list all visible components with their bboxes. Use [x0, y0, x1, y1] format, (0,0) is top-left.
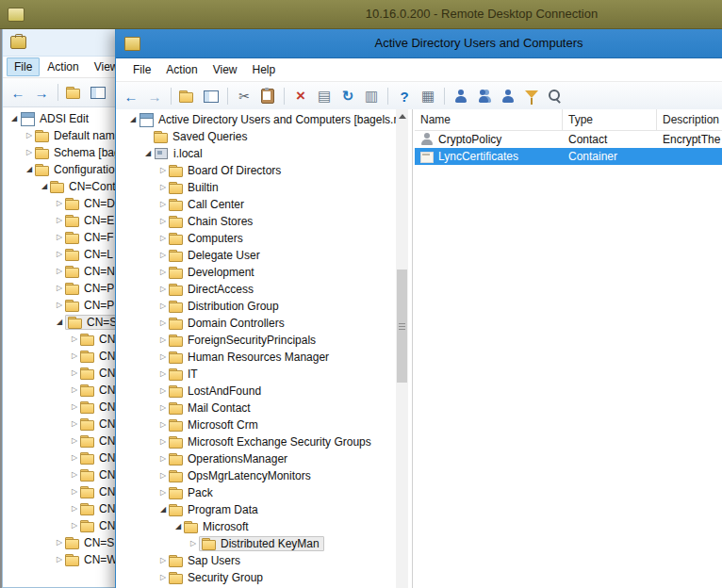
tree-item[interactable]: ▷Sap Users: [123, 552, 412, 569]
tree-item[interactable]: ▷ForeignSecurityPrincipals: [123, 332, 412, 349]
aduc-menu-file[interactable]: File: [125, 60, 158, 79]
twisty-collapsed-icon[interactable]: ▷: [157, 332, 169, 349]
tree-item[interactable]: ◢Active Directory Users and Computers [b…: [123, 111, 412, 128]
tree-item[interactable]: ▷OperationsManager: [123, 450, 412, 467]
twisty-collapsed-icon[interactable]: ▷: [54, 246, 65, 263]
twisty-collapsed-icon[interactable]: ▷: [157, 298, 169, 315]
twisty-collapsed-icon[interactable]: ▷: [157, 213, 169, 230]
column-header-description[interactable]: Description: [657, 109, 722, 130]
show-hide-console-tree-icon[interactable]: [89, 83, 107, 102]
tree-item[interactable]: ▷Domain Controllers: [123, 315, 412, 332]
aduc-menu-help[interactable]: Help: [245, 60, 284, 79]
twisty-collapsed-icon[interactable]: ▷: [157, 281, 169, 298]
tree-item[interactable]: ▷Chain Stores: [123, 213, 412, 230]
tree-item[interactable]: ▷Microsoft Crm: [123, 416, 412, 433]
twisty-collapsed-icon[interactable]: ▷: [157, 230, 169, 247]
paste-icon[interactable]: [258, 87, 277, 106]
view-menu-icon[interactable]: ▦: [418, 87, 437, 106]
tree-item[interactable]: ▷Builtin: [123, 179, 412, 196]
aduc-menu-action[interactable]: Action: [158, 60, 205, 79]
list-row-selected[interactable]: LyncCertificates Container: [415, 148, 722, 165]
tree-item[interactable]: Saved Queries: [123, 128, 412, 145]
twisty-expanded-icon[interactable]: ◢: [172, 518, 184, 535]
aduc-menu-view[interactable]: View: [205, 60, 245, 79]
twisty-collapsed-icon[interactable]: ▷: [54, 263, 65, 280]
tree-item[interactable]: ◢Program Data: [123, 501, 412, 518]
twisty-collapsed-icon[interactable]: ▷: [157, 247, 169, 264]
twisty-collapsed-icon[interactable]: ▷: [157, 433, 169, 450]
twisty-collapsed-icon[interactable]: ▷: [69, 365, 80, 382]
export-list-icon[interactable]: ▥: [362, 87, 381, 106]
cut-icon[interactable]: ✂: [235, 87, 254, 106]
twisty-collapsed-icon[interactable]: ▷: [69, 449, 80, 466]
tree-item[interactable]: ▷Microsoft Exchange Security Groups: [123, 433, 412, 450]
twisty-expanded-icon[interactable]: ◢: [39, 178, 50, 195]
twisty-collapsed-icon[interactable]: ▷: [54, 551, 65, 568]
tree-item[interactable]: ▷Delegate User: [123, 247, 412, 264]
twisty-collapsed-icon[interactable]: ▷: [157, 484, 169, 501]
twisty-collapsed-icon[interactable]: ▷: [157, 552, 169, 569]
add-to-group-icon[interactable]: [499, 87, 517, 106]
column-header-name[interactable]: Name: [415, 109, 563, 130]
tree-item[interactable]: ▷Board Of Directors: [123, 162, 412, 179]
find-icon[interactable]: [546, 87, 565, 106]
adsi-menu-action[interactable]: Action: [40, 57, 86, 76]
up-one-level-icon[interactable]: [178, 87, 197, 106]
up-one-level-icon[interactable]: [65, 83, 84, 102]
twisty-collapsed-icon[interactable]: ▷: [54, 195, 65, 212]
tree-item[interactable]: ▷DirectAccess: [123, 281, 412, 298]
twisty-collapsed-icon[interactable]: ▷: [157, 400, 169, 416]
back-icon[interactable]: ←: [122, 87, 140, 106]
twisty-collapsed-icon[interactable]: ▷: [69, 399, 80, 416]
twisty-collapsed-icon[interactable]: ▷: [69, 500, 80, 517]
tree-item[interactable]: ▷LostAndFound: [123, 383, 412, 400]
tree-item[interactable]: ▷Mail Contact: [123, 400, 412, 416]
twisty-expanded-icon[interactable]: ◢: [24, 161, 35, 178]
scroll-up-arrow-icon[interactable]: [396, 109, 408, 122]
twisty-collapsed-icon[interactable]: ▷: [54, 280, 65, 297]
twisty-collapsed-icon[interactable]: ▷: [54, 297, 65, 314]
twisty-expanded-icon[interactable]: ◢: [8, 110, 20, 127]
twisty-collapsed-icon[interactable]: ▷: [69, 416, 80, 433]
twisty-collapsed-icon[interactable]: ▷: [157, 179, 169, 196]
twisty-collapsed-icon[interactable]: ▷: [24, 127, 35, 144]
twisty-expanded-icon[interactable]: ◢: [157, 501, 169, 518]
tree-item[interactable]: ▷Development: [123, 264, 412, 281]
tree-scrollbar[interactable]: [396, 109, 408, 588]
new-user-icon[interactable]: [451, 87, 470, 106]
twisty-collapsed-icon[interactable]: ▷: [157, 366, 169, 383]
twisty-collapsed-icon[interactable]: ▷: [69, 483, 80, 500]
adsi-menu-file[interactable]: File: [7, 57, 40, 76]
twisty-collapsed-icon[interactable]: ▷: [69, 466, 80, 483]
refresh-icon[interactable]: ↻: [338, 87, 357, 106]
tree-item[interactable]: ▷Human Resources Manager: [123, 349, 412, 366]
twisty-collapsed-icon[interactable]: ▷: [157, 196, 169, 213]
twisty-collapsed-icon[interactable]: ▷: [69, 382, 80, 399]
tree-item[interactable]: ▷OpsMgrLatencyMonitors: [123, 467, 412, 484]
twisty-collapsed-icon[interactable]: ▷: [188, 535, 199, 552]
rdp-titlebar[interactable]: 10.16.0.200 - Remote Desktop Connection: [0, 0, 722, 29]
twisty-collapsed-icon[interactable]: ▷: [157, 264, 169, 281]
twisty-collapsed-icon[interactable]: ▷: [157, 349, 169, 366]
twisty-collapsed-icon[interactable]: ▷: [69, 348, 80, 365]
new-group-icon[interactable]: [475, 87, 494, 106]
twisty-collapsed-icon[interactable]: ▷: [157, 450, 169, 467]
tree-item[interactable]: ◢i.local: [123, 145, 412, 162]
twisty-expanded-icon[interactable]: ◢: [127, 111, 139, 128]
tree-item[interactable]: ▷Call Center: [123, 196, 412, 213]
twisty-collapsed-icon[interactable]: ▷: [157, 383, 169, 400]
twisty-expanded-icon[interactable]: ◢: [142, 145, 154, 162]
tree-item[interactable]: ▷Computers: [123, 230, 412, 247]
twisty-collapsed-icon[interactable]: ▷: [54, 534, 65, 551]
column-header-type[interactable]: Type: [563, 109, 657, 130]
tree-item selected[interactable]: ▷Distributed KeyMan: [123, 535, 412, 552]
filter-icon[interactable]: [522, 87, 541, 106]
twisty-collapsed-icon[interactable]: ▷: [157, 162, 169, 179]
twisty-collapsed-icon[interactable]: ▷: [157, 569, 169, 586]
tree-item[interactable]: ▷Distribution Group: [123, 298, 412, 315]
forward-icon[interactable]: →: [145, 87, 164, 106]
aduc-titlebar[interactable]: Active Directory Users and Computers: [116, 29, 722, 58]
twisty-collapsed-icon[interactable]: ▷: [54, 212, 65, 229]
back-icon[interactable]: ←: [8, 83, 27, 102]
tree-item[interactable]: ▷IT: [123, 366, 412, 383]
